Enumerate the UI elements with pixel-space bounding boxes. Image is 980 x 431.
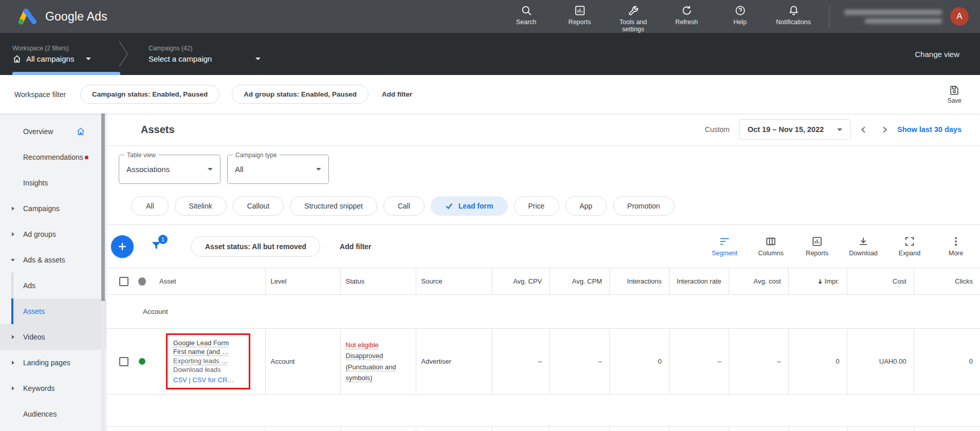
column-header-level[interactable]: Level bbox=[265, 268, 340, 295]
sidebar-item-videos[interactable]: Videos bbox=[0, 324, 106, 350]
google-ads-app: Google Ads Search Reports Tools and sett… bbox=[0, 0, 980, 431]
campaigns-value: Select a campaign bbox=[149, 54, 212, 63]
reports-button[interactable]: Reports bbox=[561, 0, 599, 26]
sidebar-item-keywords[interactable]: Keywords bbox=[0, 376, 106, 401]
filter-funnel-button[interactable]: 1 bbox=[150, 239, 162, 254]
help-button[interactable]: Help bbox=[721, 0, 759, 26]
column-header-interactions[interactable]: Interactions bbox=[609, 268, 669, 295]
column-header-avg-cost[interactable]: Avg. cost bbox=[729, 268, 788, 295]
google-ads-logo[interactable]: Google Ads bbox=[17, 7, 107, 26]
sidebar-item-ad-groups[interactable]: Ad groups bbox=[0, 221, 106, 247]
column-header-clicks[interactable]: Clicks bbox=[914, 268, 980, 295]
column-header-interaction-rate[interactable]: Interaction rate bbox=[669, 268, 729, 295]
scrollbar-thumb[interactable] bbox=[101, 114, 105, 301]
reports-icon bbox=[574, 5, 586, 16]
asset-type-chip-structured-snippet[interactable]: Structured snippet bbox=[290, 196, 377, 216]
table-header-row: Asset Level Status Source Avg. CPV Avg. … bbox=[106, 268, 980, 295]
expand-button[interactable]: Expand bbox=[891, 236, 929, 257]
more-vertical-icon bbox=[950, 236, 961, 247]
refresh-button[interactable]: Refresh bbox=[668, 0, 706, 26]
wrench-icon bbox=[627, 5, 639, 16]
asset-type-chip-call[interactable]: Call bbox=[383, 196, 424, 216]
column-header-asset[interactable]: Asset bbox=[154, 268, 265, 295]
column-header-avg-cpm[interactable]: Avg. CPM bbox=[549, 268, 609, 295]
previous-period-button[interactable] bbox=[860, 126, 867, 133]
refresh-icon bbox=[681, 5, 693, 16]
column-header-source[interactable]: Source bbox=[416, 268, 492, 295]
interactions-cell: 0 bbox=[609, 329, 669, 395]
change-view-button[interactable]: Change view bbox=[915, 50, 980, 59]
asset-field-link[interactable]: First name (and … bbox=[173, 347, 246, 357]
asset-title-link[interactable]: Google Lead Form bbox=[173, 339, 246, 348]
download-button[interactable]: Download bbox=[844, 236, 882, 257]
asset-type-chip-callout[interactable]: Callout bbox=[233, 196, 284, 216]
csv-for-crm-download-link[interactable]: CSV for CR… bbox=[192, 376, 234, 384]
asset-type-chip-promotion[interactable]: Promotion bbox=[613, 196, 675, 216]
csv-download-link[interactable]: CSV bbox=[173, 376, 187, 384]
campaign-status-filter-chip[interactable]: Campaign status: Enabled, Paused bbox=[80, 85, 219, 104]
sidebar-item-insights[interactable]: Insights bbox=[0, 170, 106, 196]
campaign-type-select[interactable]: Campaign type All bbox=[227, 155, 329, 184]
notifications-icon bbox=[788, 5, 800, 16]
sidebar-item-assets[interactable]: Assets bbox=[11, 298, 106, 324]
campaign-selector[interactable]: Campaigns (42) Select a campaign bbox=[136, 33, 266, 75]
ad-group-status-filter-chip[interactable]: Ad group status: Enabled, Paused bbox=[232, 85, 368, 104]
top-bar: Google Ads Search Reports Tools and sett… bbox=[0, 0, 980, 33]
column-header-status[interactable]: Status bbox=[340, 268, 416, 295]
sidebar-item-ads[interactable]: Ads bbox=[0, 273, 106, 298]
asset-type-chip-sitelink[interactable]: Sitelink bbox=[175, 196, 227, 216]
next-period-button[interactable] bbox=[881, 126, 888, 133]
date-mode-label: Custom bbox=[705, 125, 730, 134]
row-checkbox[interactable] bbox=[119, 357, 128, 366]
disapproved-reason[interactable]: Disapproved (Punctuation and symbols) bbox=[346, 350, 411, 384]
search-button[interactable]: Search bbox=[507, 0, 545, 26]
columns-button[interactable]: Columns bbox=[752, 236, 790, 257]
save-button[interactable]: Save bbox=[948, 84, 969, 104]
tools-and-settings-button[interactable]: Tools and settings bbox=[614, 0, 652, 33]
column-header-cost[interactable]: Cost bbox=[847, 268, 914, 295]
asset-type-chip-all[interactable]: All bbox=[132, 196, 169, 216]
asset-cell: Google Lead Form First name (and … Expor… bbox=[154, 329, 265, 395]
select-all-checkbox[interactable] bbox=[119, 277, 128, 286]
table-view-select[interactable]: Table view Associations bbox=[119, 155, 220, 184]
impr-cell: 0 bbox=[788, 329, 847, 395]
column-header-impr-sorted[interactable]: Impr. bbox=[788, 268, 847, 295]
add-asset-button[interactable] bbox=[111, 235, 134, 258]
chart-icon bbox=[811, 236, 823, 247]
asset-type-chip-app[interactable]: App bbox=[565, 196, 607, 216]
selected-indicator bbox=[11, 298, 13, 324]
notification-dot bbox=[85, 156, 88, 159]
chevron-down-icon bbox=[316, 168, 321, 171]
asset-status-filter-chip[interactable]: Asset status: All but removed bbox=[191, 236, 320, 257]
more-button[interactable]: More bbox=[937, 236, 975, 257]
column-header-avg-cpv[interactable]: Avg. CPV bbox=[492, 268, 549, 295]
sidebar-item-recommendations[interactable]: Recommendations bbox=[0, 144, 106, 170]
asset-type-chip-lead-form[interactable]: Lead form bbox=[431, 196, 508, 216]
sidebar-item-ads-and-assets[interactable]: Ads & assets bbox=[0, 247, 106, 273]
date-range-picker[interactable]: Oct 19 – Nov 15, 2022 bbox=[739, 119, 851, 140]
asset-export-link[interactable]: Exporting leads … bbox=[173, 357, 246, 366]
account-avatar[interactable]: A bbox=[950, 7, 969, 26]
level-cell: Account bbox=[265, 329, 340, 395]
home-icon bbox=[76, 127, 85, 136]
segment-button[interactable]: Segment bbox=[706, 236, 744, 257]
campaigns-label: Campaigns (42) bbox=[149, 45, 261, 52]
sidebar-item-landing-pages[interactable]: Landing pages bbox=[0, 350, 106, 376]
google-ads-logo-icon bbox=[17, 7, 38, 26]
workspace-selector[interactable]: Workspace (2 filters) All campaigns bbox=[0, 33, 110, 75]
table-add-filter-button[interactable]: Add filter bbox=[340, 242, 371, 251]
cost-cell: UAH0.00 bbox=[847, 329, 914, 395]
sidebar-item-campaigns[interactable]: Campaigns bbox=[0, 196, 106, 221]
not-eligible-status[interactable]: Not eligible bbox=[346, 340, 411, 351]
context-bar: Workspace (2 filters) All campaigns Camp… bbox=[0, 33, 980, 75]
reports-download-button[interactable]: Reports bbox=[798, 236, 836, 257]
sidebar-item-overview[interactable]: Overview bbox=[0, 119, 106, 144]
asset-type-chip-price[interactable]: Price bbox=[514, 196, 559, 216]
sidebar-scrollbar[interactable] bbox=[101, 114, 105, 431]
expand-arrow-icon bbox=[12, 207, 14, 211]
show-last-30-days-link[interactable]: Show last 30 days bbox=[897, 125, 961, 134]
notifications-button[interactable]: Notifications bbox=[774, 0, 812, 26]
add-filter-button[interactable]: Add filter bbox=[382, 90, 412, 98]
workspace-value: All campaigns bbox=[26, 54, 74, 63]
sidebar-item-audiences[interactable]: Audiences bbox=[0, 401, 106, 427]
